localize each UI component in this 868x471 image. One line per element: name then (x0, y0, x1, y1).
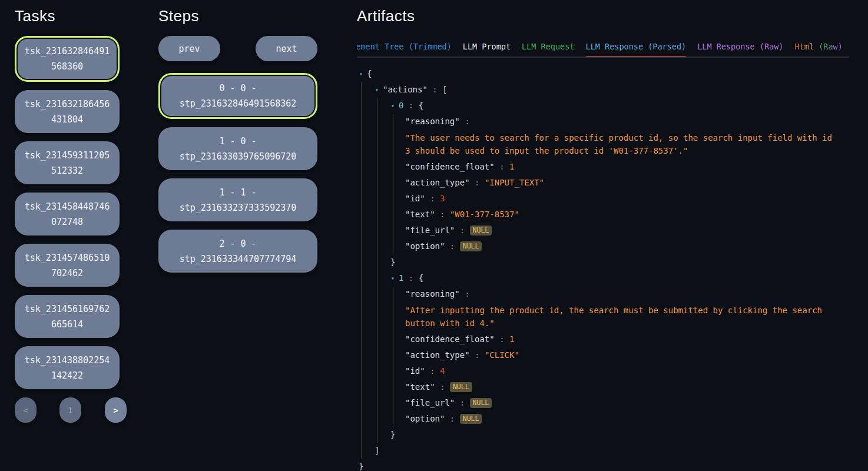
null-badge: NULL (470, 225, 492, 236)
token-key: "file_url" (405, 225, 455, 235)
tree-line: "reasoning" : (357, 114, 849, 130)
pagination-next-button[interactable]: > (105, 397, 127, 423)
tab-html-raw[interactable]: Html (Raw) (795, 42, 843, 51)
task-button-2[interactable]: tsk_231459311205512332 (15, 141, 120, 184)
indent-guide (377, 238, 393, 254)
step-nav: prev next (158, 36, 317, 61)
indent-guide (361, 427, 377, 443)
collapse-arrow-icon[interactable]: ▾ (388, 270, 397, 286)
tree-line: } (357, 459, 849, 471)
indent-guide (377, 286, 393, 302)
tree-line: } (357, 254, 849, 270)
step-button-0[interactable]: 0 - 0 - stp_231632846491568362 (158, 73, 317, 119)
indent-guide (361, 395, 377, 411)
indent-guide (377, 302, 393, 331)
token-key: "actions" (383, 85, 428, 94)
indent-guide (393, 207, 405, 223)
token-colon: : (425, 194, 440, 203)
null-badge: NULL (460, 241, 482, 251)
indent-guide (361, 379, 377, 395)
indent-guide (377, 379, 393, 395)
tree-content: "option" : NULL (405, 238, 482, 254)
tree-content: "text" : NULL (405, 379, 472, 395)
tab-llm-response-raw[interactable]: LLM Response (Raw) (697, 42, 783, 51)
tree-content: "text" : "W01-377-8537" (405, 207, 519, 223)
steps-panel: Steps prev next 0 - 0 - stp_231632846491… (158, 7, 317, 281)
tree-line: "The user needs to search for a specific… (357, 130, 849, 159)
token-key: "id" (405, 366, 425, 376)
indent-guide (377, 207, 393, 223)
indent-guide (361, 207, 377, 223)
task-button-3[interactable]: tsk_231458448746072748 (15, 193, 120, 236)
token-str: "After inputting the product id, the sea… (405, 306, 827, 328)
indent-guide (393, 114, 405, 130)
indent-guide (377, 130, 393, 159)
tree-line: "id" : 4 (357, 363, 849, 379)
tree-line: } (357, 427, 849, 443)
tree-content: } (390, 427, 395, 443)
indent-guide (377, 347, 393, 363)
indent-guide (377, 411, 393, 427)
next-step-button[interactable]: next (256, 36, 317, 61)
token-str: "CLICK" (485, 350, 519, 360)
token-colon: : (403, 273, 418, 283)
indent-guide (377, 114, 393, 130)
token-key: "id" (405, 194, 425, 203)
step-button-2[interactable]: 1 - 1 - stp_231633237333592370 (158, 178, 317, 221)
indent-guide (361, 98, 377, 114)
task-button-6[interactable]: tsk_231438802254142422 (15, 346, 120, 389)
collapse-arrow-icon[interactable]: ▾ (356, 66, 366, 82)
artifacts-panel: Artifacts Element Tree (Trimmed)LLM Prom… (357, 7, 849, 471)
token-colon: : (435, 210, 450, 219)
token-colon: : (455, 225, 469, 235)
token-punc: { (419, 101, 423, 110)
indent-guide (393, 379, 405, 395)
token-key: "text" (405, 382, 435, 392)
tab-llm-response-parsed[interactable]: LLM Response (Parsed) (586, 42, 687, 51)
tree-line: "confidence_float" : 1 (357, 331, 849, 347)
prev-step-button[interactable]: prev (158, 36, 220, 61)
tree-line: "reasoning" : (357, 286, 849, 302)
pagination-prev-button[interactable]: < (15, 397, 37, 423)
json-tree-viewer: ▾{▾"actions" : [▾0 : {"reasoning" :"The … (357, 66, 849, 471)
tab-llm-prompt[interactable]: LLM Prompt (463, 42, 511, 51)
indent-guide (393, 175, 405, 191)
task-button-4[interactable]: tsk_231457486510702462 (15, 244, 120, 287)
task-button-5[interactable]: tsk_231456169762665614 (15, 295, 120, 338)
collapse-arrow-icon[interactable]: ▾ (388, 98, 397, 114)
tree-line: "file_url" : NULL (357, 223, 849, 238)
tree-line: "text" : "W01-377-8537" (357, 207, 849, 223)
token-colon: : (445, 241, 459, 251)
token-punc: } (390, 257, 395, 267)
pagination-page-button[interactable]: 1 (59, 397, 81, 423)
indent-guide (361, 238, 377, 254)
indent-guide (393, 223, 405, 238)
indent-guide (377, 363, 393, 379)
task-button-0[interactable]: tsk_231632846491568360 (15, 36, 120, 82)
tree-content: "confidence_float" : 1 (405, 159, 514, 175)
tree-line: ▾0 : { (357, 98, 849, 114)
collapse-arrow-icon[interactable]: ▾ (372, 82, 382, 98)
token-key: "option" (405, 241, 445, 251)
tree-line: "option" : NULL (357, 411, 849, 427)
indent-guide (377, 395, 393, 411)
tab-element-tree-trimmed[interactable]: Element Tree (Trimmed) (357, 42, 452, 51)
step-button-1[interactable]: 1 - 0 - stp_231633039765096720 (158, 127, 317, 170)
indent-guide (393, 238, 405, 254)
tree-content: } (359, 459, 363, 471)
token-colon: : (470, 350, 485, 360)
steps-title: Steps (158, 7, 317, 25)
indent-guide (393, 191, 405, 207)
tree-content: 0 : { (399, 98, 423, 114)
tab-llm-request[interactable]: LLM Request (522, 42, 574, 51)
token-float: 1 (509, 162, 514, 171)
tree-content: "id" : 4 (405, 363, 445, 379)
step-button-3[interactable]: 2 - 0 - stp_231633344707774794 (158, 230, 317, 273)
token-punc: ] (375, 446, 379, 455)
token-punc: } (359, 462, 363, 471)
tree-content: "file_url" : NULL (405, 223, 492, 238)
tree-content: "reasoning" : (405, 114, 470, 130)
token-colon: : (425, 366, 440, 376)
task-button-1[interactable]: tsk_231632186456431804 (15, 90, 120, 133)
tree-line: "action_type" : "INPUT_TEXT" (357, 175, 849, 191)
